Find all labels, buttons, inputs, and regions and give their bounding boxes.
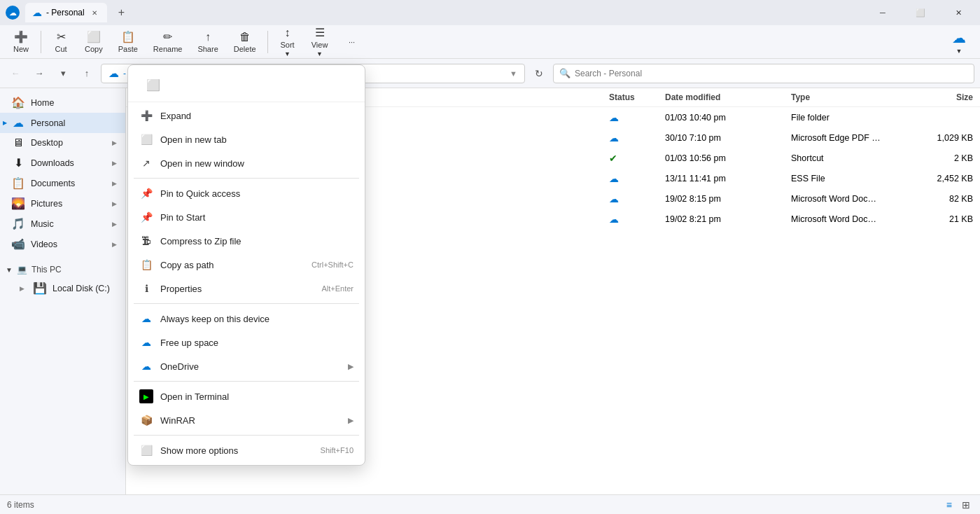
col-status[interactable]: Status [602, 88, 658, 107]
active-indicator: ▶ [3, 120, 7, 126]
cm-open-terminal[interactable]: ▶ Open in Terminal [128, 384, 365, 408]
downloads-icon: ⬇ [11, 156, 25, 169]
grid-view-toggle[interactable]: ⊞ [959, 498, 973, 512]
view-icon: ☰ [315, 26, 325, 39]
delete-button[interactable]: 🗑 Delete [227, 28, 263, 56]
file-date-cell: 19/02 8:21 pm [658, 209, 784, 229]
view-button[interactable]: ☰ View ▼ [304, 23, 335, 60]
cm-compress-zip[interactable]: 🗜 Compress to Zip file [128, 229, 365, 253]
cm-pin-quick[interactable]: 📌 Pin to Quick access [128, 181, 365, 205]
toolbar: ➕ New ✂ Cut ⬜ Copy 📋 Paste ✏ Rename ↑ Sh… [0, 25, 980, 59]
share-button[interactable]: ↑ Share [190, 28, 225, 56]
file-status-cell: ✔ [602, 148, 658, 168]
sidebar-item-downloads[interactable]: ⬇ Downloads ▶ [0, 153, 125, 173]
sort-button[interactable]: ↕ Sort ▼ [272, 24, 303, 60]
sidebar-item-pictures[interactable]: 🌄 Pictures ▶ [0, 193, 125, 214]
cm-open-new-tab[interactable]: ⬜ Open in new tab [128, 127, 365, 151]
rename-button[interactable]: ✏ Rename [146, 27, 190, 56]
pictures-icon: 🌄 [11, 197, 25, 210]
cm-show-more[interactable]: ⬜ Show more options Shift+F10 [128, 438, 365, 462]
minimize-button[interactable]: ─ [867, 1, 899, 24]
tab-personal[interactable]: ☁ - Personal ✕ [25, 3, 107, 22]
forward-button[interactable]: → [29, 64, 49, 83]
list-view-toggle[interactable]: ≡ [944, 498, 955, 512]
view-label: View [312, 41, 328, 49]
cm-copy-path[interactable]: 📋 Copy as path Ctrl+Shift+C [128, 253, 365, 277]
maximize-button[interactable]: ⬜ [904, 1, 937, 24]
file-size-cell: 2,452 KB [910, 168, 980, 188]
file-type-cell: Microsoft Edge PDF … [784, 127, 910, 148]
cm-free-space-label: Free up space [160, 338, 354, 348]
sidebar-group-thispc[interactable]: ▼ 💻 This PC [0, 261, 125, 278]
sidebar-item-personal[interactable]: ▶ ☁ Personal [0, 113, 125, 133]
tab-close-button[interactable]: ✕ [89, 8, 100, 18]
cm-open-new-window[interactable]: ↗ Open in new window [128, 151, 365, 175]
sidebar-item-home[interactable]: 🏠 Home [0, 92, 125, 113]
file-type-cell: Microsoft Word Doc… [784, 188, 910, 209]
new-label: New [13, 45, 29, 53]
documents-expand-icon: ▶ [112, 180, 117, 187]
thispc-icon: 💻 [17, 265, 27, 275]
file-type-cell: Shortcut [784, 148, 910, 168]
search-input[interactable] [575, 69, 968, 78]
tab-cloud-icon: ☁ [32, 7, 42, 18]
music-expand-icon: ▶ [112, 221, 117, 228]
toolbar-sep-1 [41, 31, 41, 53]
sidebar-pictures-label: Pictures [31, 199, 62, 209]
new-button[interactable]: ➕ New [6, 27, 36, 56]
cm-copy-top-icon[interactable]: ⬜ [142, 74, 164, 96]
cm-winrar[interactable]: 📦 WinRAR ▶ [128, 408, 365, 432]
sidebar-home-label: Home [31, 98, 54, 108]
cm-pin-quick-label: Pin to Quick access [160, 188, 354, 199]
cm-properties[interactable]: ℹ Properties Alt+Enter [128, 277, 365, 300]
new-tab-button[interactable]: + [113, 6, 130, 19]
onedrive-chevron-icon: ▼ [956, 48, 962, 55]
file-date-cell: 30/10 7:10 pm [658, 127, 784, 148]
copy-label: Copy [85, 45, 103, 53]
sidebar-item-documents[interactable]: 📋 Documents ▶ [0, 173, 125, 193]
col-date[interactable]: Date modified [658, 88, 784, 107]
search-box[interactable]: 🔍 [553, 64, 974, 83]
cm-open-tab-icon: ⬜ [139, 132, 153, 146]
sidebar-item-desktop[interactable]: 🖥 Desktop ▶ [0, 133, 125, 153]
sort-label: Sort [280, 41, 294, 49]
cm-winrar-icon: 📦 [139, 413, 153, 427]
col-size[interactable]: Size [910, 88, 980, 107]
cloud-sync-icon: ☁ [609, 193, 619, 204]
rename-icon: ✏ [163, 30, 172, 43]
sidebar: 🏠 Home ▶ ☁ Personal 🖥 Desktop ▶ ⬇ Downlo… [0, 88, 126, 494]
cm-onedrive[interactable]: ☁ OneDrive ▶ [128, 354, 365, 378]
file-date-cell: 01/03 10:56 pm [658, 148, 784, 168]
cut-button[interactable]: ✂ Cut [46, 27, 76, 56]
back-button[interactable]: ← [6, 64, 25, 83]
home-icon: 🏠 [11, 96, 25, 109]
col-type[interactable]: Type [784, 88, 910, 107]
sidebar-item-music[interactable]: 🎵 Music ▶ [0, 214, 125, 234]
file-size-cell [910, 107, 980, 128]
sidebar-item-localdisk[interactable]: ▶ 💾 Local Disk (C:) [0, 278, 125, 298]
paste-button[interactable]: 📋 Paste [111, 27, 145, 56]
recent-locations-button[interactable]: ▾ [53, 64, 73, 83]
downloads-expand-icon: ▶ [112, 160, 117, 167]
cm-copy-path-shortcut: Ctrl+Shift+C [312, 261, 354, 269]
cm-always-keep[interactable]: ☁ Always keep on this device [128, 307, 365, 331]
cm-onedrive-icon: ☁ [139, 359, 153, 373]
cm-pin-start[interactable]: 📌 Pin to Start [128, 205, 365, 229]
up-button[interactable]: ↑ [77, 64, 97, 83]
sidebar-item-videos[interactable]: 📹 Videos ▶ [0, 234, 125, 254]
cm-sep-4 [134, 435, 359, 436]
localdisk-expand-icon: ▶ [20, 285, 24, 292]
refresh-button[interactable]: ↻ [529, 64, 549, 83]
close-button[interactable]: ✕ [942, 1, 974, 24]
cm-expand[interactable]: ➕ Expand [128, 104, 365, 127]
copy-button[interactable]: ⬜ Copy [78, 27, 110, 56]
sidebar-desktop-label: Desktop [31, 138, 63, 148]
more-button[interactable]: ··· [337, 35, 368, 49]
onedrive-toolbar-button[interactable]: ☁ ▼ [944, 27, 974, 57]
thispc-expand-icon: ▼ [6, 266, 13, 274]
cm-open-tab-label: Open in new tab [160, 134, 354, 145]
context-menu: ⬜ ➕ Expand ⬜ Open in new tab ↗ Open in n… [127, 64, 365, 466]
cm-free-space[interactable]: ☁ Free up space [128, 331, 365, 354]
view-chevron-icon: ▼ [316, 50, 323, 57]
file-type-cell: ESS File [784, 168, 910, 188]
